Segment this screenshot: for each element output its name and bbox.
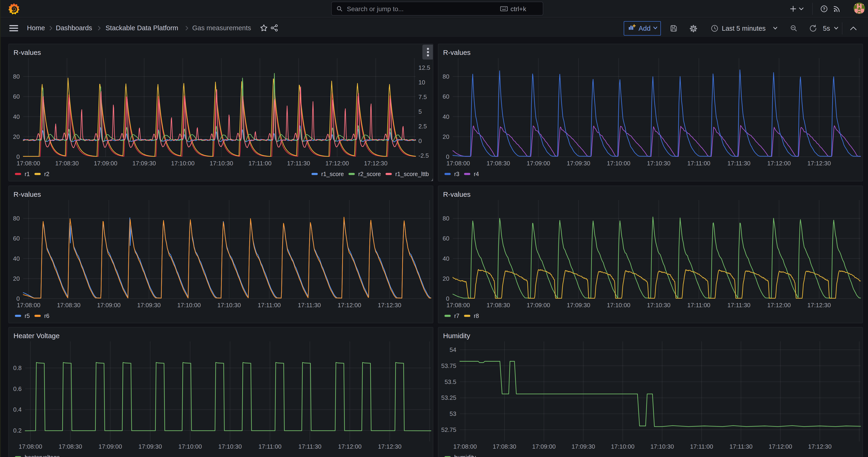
svg-text:80: 80 [443,73,450,80]
svg-text:17:12:30: 17:12:30 [364,160,388,167]
svg-text:40: 40 [13,113,20,120]
svg-text:17:09:30: 17:09:30 [567,160,590,167]
svg-text:17:08:30: 17:08:30 [59,443,82,450]
svg-text:17:08:00: 17:08:00 [17,160,40,167]
svg-text:heatervoltage: heatervoltage [25,454,60,457]
svg-text:17:10:00: 17:10:00 [178,443,202,450]
svg-text:54: 54 [450,346,456,353]
svg-text:17:12:00: 17:12:00 [769,443,792,450]
svg-text:52.75: 52.75 [441,426,456,433]
svg-text:17:12:30: 17:12:30 [378,443,401,450]
svg-text:17:09:30: 17:09:30 [138,443,162,450]
svg-text:17:09:00: 17:09:00 [527,302,550,309]
svg-text:40: 40 [443,255,450,262]
svg-text:17:10:30: 17:10:30 [210,160,233,167]
svg-text:0.6: 0.6 [13,385,22,392]
svg-text:60: 60 [443,235,450,242]
svg-text:53.75: 53.75 [441,362,456,369]
svg-text:17:09:00: 17:09:00 [532,443,556,450]
svg-text:17:11:00: 17:11:00 [248,160,272,167]
svg-text:R-values: R-values [443,49,470,56]
svg-text:r2_score: r2_score [358,171,381,177]
svg-text:0: 0 [17,295,20,302]
svg-text:17:11:30: 17:11:30 [730,443,752,450]
svg-text:17:09:30: 17:09:30 [137,302,161,309]
svg-text:17:12:00: 17:12:00 [326,160,349,167]
svg-text:53.5: 53.5 [444,378,456,385]
svg-text:17:09:30: 17:09:30 [567,302,590,309]
svg-text:17:11:00: 17:11:00 [687,302,710,309]
svg-text:53: 53 [450,410,456,417]
svg-text:80: 80 [13,215,20,222]
svg-text:20: 20 [13,133,20,140]
svg-text:53.25: 53.25 [441,394,456,401]
svg-text:17:08:30: 17:08:30 [55,160,79,167]
svg-text:17:08:30: 17:08:30 [487,160,510,167]
svg-text:0.4: 0.4 [13,406,22,413]
svg-text:-2.5: -2.5 [418,152,429,159]
svg-text:17:11:30: 17:11:30 [287,160,310,167]
svg-text:r6: r6 [44,312,49,319]
svg-text:17:10:30: 17:10:30 [647,302,671,309]
svg-text:12.5: 12.5 [418,64,430,71]
svg-text:20: 20 [13,275,20,282]
svg-text:17:09:30: 17:09:30 [571,443,595,450]
svg-text:17:11:30: 17:11:30 [298,302,321,309]
svg-text:R-values: R-values [13,49,41,56]
svg-text:Humidity: Humidity [443,332,470,340]
svg-text:R-values: R-values [443,190,470,198]
svg-text:80: 80 [13,73,20,80]
svg-text:humidity: humidity [454,454,476,457]
svg-text:20: 20 [443,133,450,140]
svg-text:80: 80 [443,215,450,222]
svg-text:5: 5 [418,108,422,115]
svg-text:17:08:00: 17:08:00 [453,443,477,450]
svg-text:0.8: 0.8 [13,364,22,371]
svg-text:r1_score_lttb: r1_score_lttb [395,171,429,177]
svg-text:17:10:00: 17:10:00 [611,443,634,450]
svg-text:0: 0 [418,138,422,145]
svg-text:60: 60 [13,93,20,100]
svg-text:17:10:30: 17:10:30 [650,443,674,450]
svg-text:40: 40 [13,255,20,262]
svg-text:17:11:00: 17:11:00 [258,302,281,309]
svg-text:17:10:30: 17:10:30 [217,302,241,309]
svg-text:17:12:30: 17:12:30 [807,302,831,309]
svg-text:r3: r3 [454,171,459,177]
svg-text:17:08:00: 17:08:00 [19,443,42,450]
svg-text:17:11:30: 17:11:30 [727,160,750,167]
svg-text:17:09:00: 17:09:00 [99,443,122,450]
svg-text:17:10:00: 17:10:00 [607,160,630,167]
svg-text:17:08:30: 17:08:30 [57,302,81,309]
svg-text:17:12:30: 17:12:30 [807,160,831,167]
svg-text:2.5: 2.5 [418,123,427,130]
svg-text:Heater Voltage: Heater Voltage [13,332,60,340]
svg-text:r1_score: r1_score [321,171,344,177]
svg-text:0.2: 0.2 [13,427,22,434]
svg-text:17:12:30: 17:12:30 [808,443,832,450]
svg-text:17:09:00: 17:09:00 [97,302,120,309]
svg-text:17:11:00: 17:11:00 [687,160,710,167]
svg-text:17:09:00: 17:09:00 [527,160,550,167]
svg-text:10: 10 [418,79,425,86]
svg-text:17:12:00: 17:12:00 [338,443,362,450]
svg-text:r8: r8 [474,312,479,319]
svg-text:?: ? [823,7,825,11]
svg-text:40: 40 [443,113,450,120]
svg-text:17:12:00: 17:12:00 [338,302,361,309]
svg-text:17:10:00: 17:10:00 [607,302,630,309]
svg-text:r2: r2 [44,171,49,177]
svg-text:17:11:30: 17:11:30 [727,302,750,309]
svg-text:17:08:00: 17:08:00 [17,302,40,309]
svg-text:17:10:00: 17:10:00 [177,302,200,309]
svg-text:20: 20 [443,275,450,282]
svg-text:R-values: R-values [13,190,41,198]
svg-text:17:12:00: 17:12:00 [767,302,791,309]
svg-text:60: 60 [443,93,450,100]
svg-text:17:12:00: 17:12:00 [767,160,791,167]
svg-text:17:08:30: 17:08:30 [487,302,510,309]
svg-text:17:11:30: 17:11:30 [298,443,321,450]
svg-text:7.5: 7.5 [418,93,427,100]
svg-text:17:11:00: 17:11:00 [258,443,281,450]
svg-text:r7: r7 [454,312,459,319]
